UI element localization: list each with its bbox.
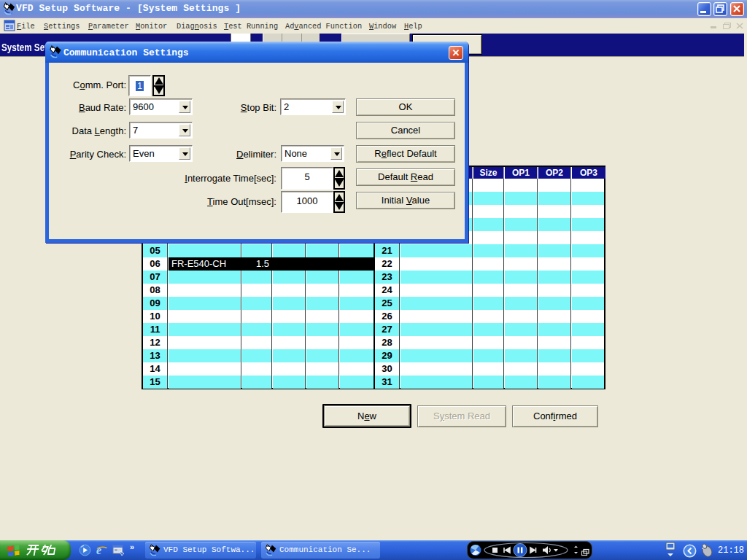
svg-text:e: e (96, 544, 101, 556)
